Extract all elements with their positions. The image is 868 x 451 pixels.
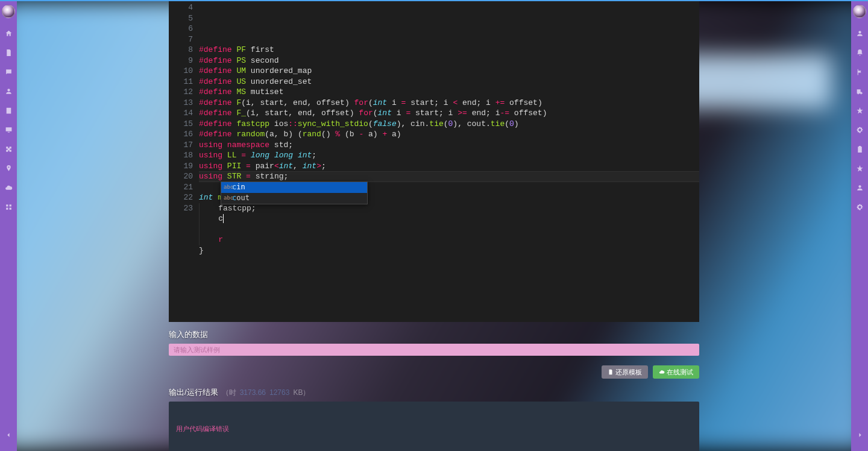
- run-label: 在线测试: [667, 368, 693, 377]
- stat-unit: KB）: [293, 388, 310, 398]
- person-icon[interactable]: [855, 183, 864, 192]
- code-line-15[interactable]: using PII = pair<int, int>;: [199, 161, 699, 172]
- collapse-right-icon[interactable]: [855, 430, 864, 439]
- test-input[interactable]: [169, 344, 699, 356]
- code-line-13[interactable]: using namespace std;: [199, 140, 699, 151]
- code-line-4[interactable]: #define PF first: [199, 45, 699, 55]
- code-line-8[interactable]: #define MS mutiset: [199, 87, 699, 98]
- code-area[interactable]: abccinabccout #define PF first#define PS…: [199, 0, 699, 322]
- collapse-left-icon[interactable]: [4, 430, 13, 439]
- user-icon[interactable]: [855, 29, 864, 37]
- cloud-run-icon: [659, 369, 665, 375]
- time-value: 3173.66: [240, 388, 266, 397]
- code-line-19[interactable]: fastcpp;: [199, 203, 699, 214]
- avatar-right[interactable]: [853, 5, 866, 18]
- code-line-11[interactable]: #define fastcpp ios::sync_with_stdio(fal…: [199, 119, 699, 130]
- monitor-icon[interactable]: [4, 125, 13, 134]
- clipboard-icon[interactable]: [855, 145, 864, 153]
- code-line-22[interactable]: r: [199, 235, 699, 245]
- top-accent-bar: [0, 0, 868, 1]
- code-line-21[interactable]: [199, 224, 699, 235]
- code-editor[interactable]: 4567891011121314151617181920212223 abcci…: [169, 0, 699, 322]
- cloud-icon[interactable]: [4, 183, 13, 192]
- avatar[interactable]: [2, 5, 15, 18]
- run-test-button[interactable]: 在线测试: [653, 365, 699, 379]
- grid-icon[interactable]: [4, 203, 13, 211]
- doc-icon[interactable]: [4, 48, 13, 57]
- output-label-row: 输出/运行结果 （时 3173.66 12763 KB）: [169, 387, 699, 398]
- code-line-12[interactable]: #define random(a, b) (rand() % (b - a) +…: [199, 129, 699, 140]
- star2-icon[interactable]: [855, 164, 864, 172]
- output-box: 用户代码编译错误 main.cpp: In function 'int main…: [169, 402, 699, 451]
- code-line-5[interactable]: #define PS second: [199, 55, 699, 66]
- code-line-6[interactable]: #define UM unordered_map: [199, 66, 699, 77]
- code-line-7[interactable]: #define US unordered_set: [199, 77, 699, 87]
- code-line-23[interactable]: }: [199, 245, 699, 256]
- code-line-14[interactable]: using LL = long long int;: [199, 150, 699, 161]
- sidebar-right: [851, 1, 868, 451]
- flag-icon[interactable]: [855, 68, 864, 76]
- puzzle-icon[interactable]: [4, 145, 13, 153]
- suggest-item-cin[interactable]: abccin: [221, 182, 367, 193]
- line-gutter: 4567891011121314151617181920212223: [169, 0, 199, 322]
- code-line-16[interactable]: using STR = string;: [199, 171, 699, 182]
- file-icon[interactable]: [4, 106, 13, 115]
- pin-icon[interactable]: [4, 164, 13, 172]
- code-line-20[interactable]: c: [199, 213, 699, 224]
- input-label: 输入的数据: [169, 329, 699, 340]
- settings-icon[interactable]: [855, 203, 864, 211]
- code-line-9[interactable]: #define F(i, start, end, offset) for(int…: [199, 98, 699, 109]
- output-label: 输出/运行结果: [169, 387, 218, 398]
- autocomplete-popup[interactable]: abccinabccout: [221, 181, 368, 204]
- abc-icon: abc: [224, 193, 230, 204]
- star-icon[interactable]: [855, 106, 864, 115]
- button-row: 还原模板 在线测试: [169, 365, 699, 379]
- cursor: [223, 214, 224, 223]
- restore-label: 还原模板: [615, 368, 642, 377]
- abc-icon: abc: [224, 182, 230, 193]
- code-line-10[interactable]: #define F_(i, start, end, offset) for(in…: [199, 108, 699, 119]
- restore-icon: [608, 369, 614, 375]
- gear-icon[interactable]: [855, 125, 864, 134]
- chat-icon[interactable]: [4, 68, 13, 76]
- suggest-item-cout[interactable]: abccout: [221, 193, 367, 204]
- stat-prefix: （时: [222, 388, 236, 398]
- home-icon[interactable]: [4, 29, 13, 37]
- error-title: 用户代码编译错误: [176, 424, 692, 434]
- main-content: 4567891011121314151617181920212223 abcci…: [169, 0, 699, 451]
- user-icon[interactable]: [4, 87, 13, 95]
- sidebar-left: [0, 1, 17, 451]
- bell-icon[interactable]: [855, 48, 864, 57]
- mem-value: 12763: [269, 388, 289, 397]
- truck-icon[interactable]: [855, 87, 864, 95]
- restore-template-button[interactable]: 还原模板: [602, 365, 648, 379]
